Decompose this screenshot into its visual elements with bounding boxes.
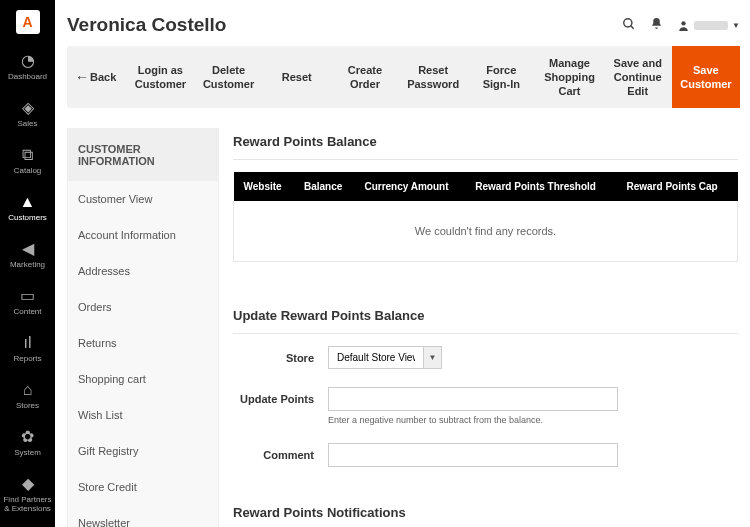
nav-label: Catalog: [2, 166, 53, 175]
sidebar-title: CUSTOMER INFORMATION: [68, 129, 218, 181]
comment-label: Comment: [233, 443, 328, 461]
sidebar-item-wish-list[interactable]: Wish List: [68, 397, 218, 433]
header-icons: ▼: [622, 17, 740, 34]
save-customer-button[interactable]: Save Customer: [672, 46, 740, 108]
nav-label: Stores: [2, 401, 53, 410]
chevron-down-icon: ▼: [423, 347, 441, 368]
svg-line-1: [631, 25, 634, 28]
balance-table: WebsiteBalanceCurrency AmountReward Poin…: [233, 172, 738, 262]
app-logo[interactable]: A: [16, 10, 40, 34]
store-label: Store: [233, 346, 328, 364]
nav-icon: ⧉: [2, 146, 53, 164]
account-menu[interactable]: ▼: [677, 19, 740, 32]
svg-point-0: [624, 18, 632, 26]
col-balance: Balance: [294, 172, 354, 201]
store-select-value: [329, 347, 423, 368]
page-title: Veronica Costello: [67, 14, 622, 36]
back-button[interactable]: ← Back: [67, 46, 126, 108]
nav-icon: ıl: [2, 334, 53, 352]
notifications-icon[interactable]: [650, 17, 663, 33]
sidebar-item-shopping-cart[interactable]: Shopping cart: [68, 361, 218, 397]
nav-icon: ◆: [2, 475, 53, 493]
user-icon: [677, 19, 690, 32]
nav-item-marketing[interactable]: ◀Marketing: [0, 232, 55, 279]
nav-label: Customers: [2, 213, 53, 222]
balance-empty: We couldn't find any records.: [234, 201, 738, 262]
reset-password-button[interactable]: Reset Password: [399, 46, 467, 108]
nav-item-reports[interactable]: ılReports: [0, 326, 55, 373]
nav-label: Reports: [2, 354, 53, 363]
nav-item-catalog[interactable]: ⧉Catalog: [0, 138, 55, 185]
customer-info-sidebar: CUSTOMER INFORMATION Customer ViewAccoun…: [67, 128, 219, 527]
col-website: Website: [234, 172, 294, 201]
create-order-button[interactable]: Create Order: [331, 46, 399, 108]
nav-icon: ◔: [2, 52, 53, 70]
nav-item-content[interactable]: ▭Content: [0, 279, 55, 326]
main-panel: Reward Points Balance WebsiteBalanceCurr…: [233, 128, 740, 527]
nav-label: Marketing: [2, 260, 53, 269]
content: CUSTOMER INFORMATION Customer ViewAccoun…: [67, 128, 740, 527]
search-icon[interactable]: [622, 17, 636, 34]
nav-icon: ▭: [2, 287, 53, 305]
delete-customer-button[interactable]: Delete Customer: [194, 46, 262, 108]
store-select[interactable]: ▼: [328, 346, 442, 369]
sidebar-item-account-information[interactable]: Account Information: [68, 217, 218, 253]
nav-item-dashboard[interactable]: ◔Dashboard: [0, 44, 55, 91]
save-and-continue-edit-button[interactable]: Save and Continue Edit: [604, 46, 672, 108]
nav-label: Content: [2, 307, 53, 316]
nav-icon: ⌂: [2, 381, 53, 399]
sidebar-item-customer-view[interactable]: Customer View: [68, 181, 218, 217]
svg-point-2: [681, 21, 685, 25]
toolbar: ← Back Login as CustomerDelete CustomerR…: [67, 46, 740, 108]
nav-item-sales[interactable]: ◈Sales: [0, 91, 55, 138]
nav-item-find-partners-extensions[interactable]: ◆Find Partners & Extensions: [0, 467, 55, 523]
manage-shopping-cart-button[interactable]: Manage Shopping Cart: [535, 46, 603, 108]
update-points-hint: Enter a negative number to subtract from…: [328, 415, 738, 425]
col-reward-points-threshold: Reward Points Threshold: [465, 172, 616, 201]
reset-button[interactable]: Reset: [263, 46, 331, 108]
nav-icon: ✿: [2, 428, 53, 446]
section-update-title: Update Reward Points Balance: [233, 302, 738, 334]
login-as-customer-button[interactable]: Login as Customer: [126, 46, 194, 108]
page: Veronica Costello ▼ ← Back Login as Cust…: [55, 0, 750, 527]
sidebar-item-gift-registry[interactable]: Gift Registry: [68, 433, 218, 469]
nav-label: System: [2, 448, 53, 457]
nav-label: Sales: [2, 119, 53, 128]
nav-item-stores[interactable]: ⌂Stores: [0, 373, 55, 420]
col-currency-amount: Currency Amount: [354, 172, 465, 201]
nav-items: ◔Dashboard◈Sales⧉Catalog▲Customers◀Marke…: [0, 44, 55, 523]
back-arrow-icon: ←: [75, 69, 89, 85]
update-form: Store ▼ Update Points Enter a negative n…: [233, 346, 738, 467]
main-nav: A ◔Dashboard◈Sales⧉Catalog▲Customers◀Mar…: [0, 0, 55, 527]
force-sign-in-button[interactable]: Force Sign-In: [467, 46, 535, 108]
nav-icon: ▲: [2, 193, 53, 211]
comment-input[interactable]: [328, 443, 618, 467]
update-points-label: Update Points: [233, 387, 328, 405]
page-header: Veronica Costello ▼: [67, 0, 740, 46]
chevron-down-icon: ▼: [732, 21, 740, 30]
sidebar-item-newsletter[interactable]: Newsletter: [68, 505, 218, 527]
nav-label: Find Partners & Extensions: [2, 495, 53, 513]
nav-label: Dashboard: [2, 72, 53, 81]
nav-icon: ◀: [2, 240, 53, 258]
nav-item-customers[interactable]: ▲Customers: [0, 185, 55, 232]
sidebar-item-orders[interactable]: Orders: [68, 289, 218, 325]
section-notif-title: Reward Points Notifications: [233, 499, 738, 527]
update-points-input[interactable]: [328, 387, 618, 411]
section-balance-title: Reward Points Balance: [233, 128, 738, 160]
sidebar-item-store-credit[interactable]: Store Credit: [68, 469, 218, 505]
col-reward-points-cap: Reward Points Cap: [617, 172, 738, 201]
nav-icon: ◈: [2, 99, 53, 117]
sidebar-item-returns[interactable]: Returns: [68, 325, 218, 361]
sidebar-item-addresses[interactable]: Addresses: [68, 253, 218, 289]
back-label: Back: [90, 71, 116, 83]
username-placeholder: [694, 21, 728, 30]
nav-item-system[interactable]: ✿System: [0, 420, 55, 467]
